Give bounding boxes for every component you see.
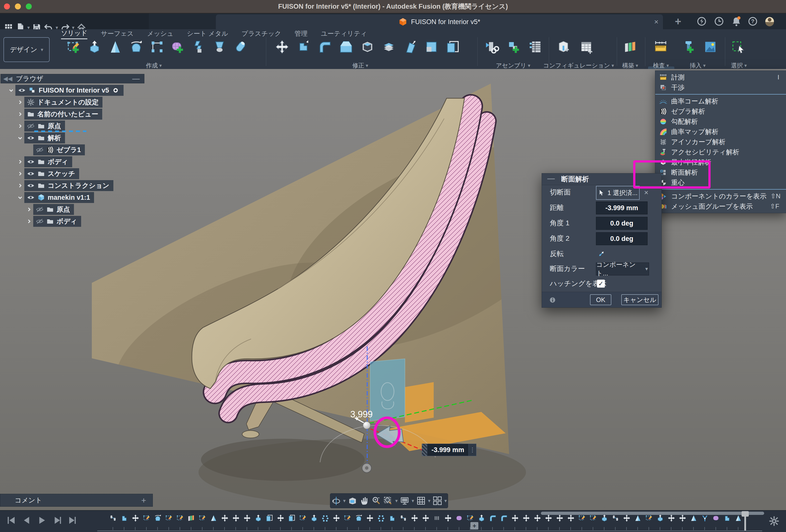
timeline-feature-form[interactable]	[712, 514, 720, 522]
timeline-feature-extrude[interactable]	[656, 514, 664, 522]
menu-item-アイソカーブ解析[interactable]: アイソカーブ解析	[655, 137, 786, 147]
timeline-feature-move[interactable]	[243, 514, 251, 522]
configuration-button[interactable]	[556, 40, 571, 54]
press-pull-button[interactable]	[296, 40, 310, 54]
activate-component-radio[interactable]	[112, 86, 120, 94]
chevron-down-icon[interactable]	[16, 135, 24, 141]
timeline-feature-move[interactable]	[567, 514, 575, 522]
display-icon[interactable]	[400, 496, 410, 506]
timeline-feature-sketch[interactable]	[199, 514, 206, 522]
sweep-button[interactable]	[191, 40, 206, 54]
tree-item[interactable]: FUISON for Interior v5	[15, 85, 123, 96]
eye-icon[interactable]	[18, 86, 26, 94]
timeline-feature-revolve[interactable]	[355, 514, 363, 522]
section-plane-blue[interactable]	[370, 359, 405, 421]
extensions-icon[interactable]	[696, 16, 707, 27]
group-label-アセンブリ[interactable]: アセンブリ▾	[496, 62, 530, 69]
tree-row-ボディ[interactable]: ボディ	[0, 156, 169, 168]
timeline-feature-move[interactable]	[132, 514, 139, 522]
split-body-button[interactable]	[382, 40, 396, 54]
insert-fastener-button[interactable]	[681, 40, 696, 54]
add-comment-button[interactable]: +	[141, 495, 146, 505]
timeline-feature-extrude[interactable]	[254, 514, 262, 522]
chevron-right-icon[interactable]	[16, 183, 24, 188]
timeline-feature-pattern[interactable]	[321, 514, 329, 522]
timeline-feature-sketch[interactable]	[645, 514, 653, 522]
tree-item[interactable]: 原点	[33, 204, 74, 215]
group-label-修正[interactable]: 修正▾	[352, 62, 368, 69]
timeline-feature-extrude[interactable]	[600, 514, 608, 522]
timeline-feature-plane[interactable]	[187, 514, 195, 522]
chamfer-button[interactable]	[339, 40, 353, 54]
step-back-button[interactable]	[21, 515, 32, 526]
timeline-feature-sketch[interactable]	[143, 514, 151, 522]
tree-item[interactable]: ゼブラ1	[33, 144, 85, 155]
chevron-right-icon[interactable]	[16, 99, 24, 105]
group-label-コンフィギュレーション[interactable]: コンフィギュレーション▾	[543, 62, 614, 69]
timeline-feature-sketch[interactable]	[176, 514, 184, 522]
display-dropdown-icon[interactable]: ▾	[412, 498, 414, 504]
comments-bar[interactable]: コメント +	[0, 494, 153, 507]
menu-item-曲率マップ解析[interactable]: 曲率マップ解析	[655, 126, 786, 137]
timeline-feature-sketch[interactable]	[299, 514, 307, 522]
tree-item[interactable]: スケッチ	[24, 168, 79, 179]
timeline-feature-pattern[interactable]	[377, 514, 385, 522]
section-color-dropdown[interactable]: コンポーネント... ▼	[596, 262, 649, 275]
chevron-down-icon[interactable]	[7, 88, 15, 93]
hatching-checkbox[interactable]: ✓	[597, 280, 605, 287]
timeline-feature-combine[interactable]	[723, 514, 731, 522]
info-icon[interactable]	[548, 296, 557, 304]
eye-off-icon[interactable]	[36, 146, 44, 154]
timeline-feature-offset[interactable]	[288, 514, 296, 522]
grid-dropdown-icon[interactable]: ▾	[428, 498, 431, 504]
zoom-window-button[interactable]	[26, 3, 32, 9]
timeline-feature-move[interactable]	[667, 514, 675, 522]
shell-button[interactable]	[360, 40, 375, 54]
input-drag-handle[interactable]	[422, 444, 427, 456]
timeline-feature-divider[interactable]	[433, 514, 441, 522]
timeline-feature-combine[interactable]	[388, 514, 396, 522]
timeline-feature-fillet[interactable]	[500, 514, 508, 522]
menu-item-勾配解析[interactable]: 勾配解析	[655, 116, 786, 126]
skip-end-button[interactable]	[68, 515, 78, 526]
timeline-feature-split[interactable]	[701, 514, 709, 522]
tree-row-解析[interactable]: 解析	[0, 132, 169, 144]
tree-item[interactable]: ボディ	[24, 156, 72, 167]
tree-item[interactable]: 名前の付いたビュー	[24, 109, 102, 120]
timeline-feature-move[interactable]	[277, 514, 284, 522]
chevron-right-icon[interactable]	[25, 207, 33, 212]
tree-row-FUISON for Interior v5[interactable]: FUISON for Interior v5	[0, 84, 169, 96]
pan-icon[interactable]	[360, 496, 369, 506]
tree-item[interactable]: 解析	[24, 133, 65, 143]
timeline-feature-move[interactable]	[411, 514, 419, 522]
orbit-icon[interactable]	[331, 496, 341, 506]
section-plane-vertical[interactable]	[405, 382, 434, 422]
chevron-down-icon[interactable]	[16, 195, 24, 200]
create-sketch-button[interactable]	[67, 40, 81, 54]
group-label-作成[interactable]: 作成▾	[146, 62, 162, 69]
avatar[interactable]	[764, 16, 775, 27]
timeline-feature-extrude[interactable]	[310, 514, 318, 522]
chevron-right-icon[interactable]	[25, 218, 33, 224]
tree-row-ドキュメントの設定[interactable]: ドキュメントの設定	[0, 96, 169, 108]
angle2-input[interactable]: 0.0 deg	[596, 232, 648, 245]
tree-row-ボディ[interactable]: ボディ	[0, 215, 169, 227]
eye-icon[interactable]	[27, 193, 35, 202]
tree-item[interactable]: ドキュメントの設定	[24, 97, 102, 108]
collapse-dialog-icon[interactable]: —	[547, 174, 555, 183]
menu-item-ゼブラ解析[interactable]: ゼブラ解析	[655, 106, 786, 116]
help-icon[interactable]: ?	[747, 16, 758, 27]
timeline-feature-align[interactable]	[611, 514, 620, 522]
clear-selection-icon[interactable]: ×	[644, 188, 649, 197]
timeline-feature-move[interactable]	[366, 514, 374, 522]
origin-sphere-handle[interactable]	[363, 422, 370, 429]
tree-row-スケッチ[interactable]: スケッチ	[0, 168, 169, 180]
viewports-icon[interactable]	[433, 496, 442, 506]
zoom-window-dropdown-icon[interactable]: ▾	[395, 498, 398, 504]
new-tab-button[interactable]: +	[675, 15, 681, 28]
tree-row-名前の付いたビュー[interactable]: 名前の付いたビュー	[0, 108, 169, 120]
look-at-icon[interactable]	[348, 496, 357, 506]
chevron-right-icon[interactable]	[16, 111, 24, 117]
timeline-feature-move[interactable]	[533, 514, 541, 522]
fillet-button[interactable]	[318, 40, 332, 54]
